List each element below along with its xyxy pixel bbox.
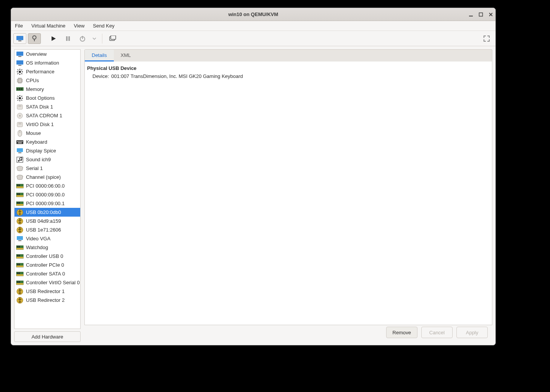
- card-icon: [16, 200, 24, 207]
- menu-view[interactable]: View: [72, 22, 86, 30]
- svg-rect-3: [18, 40, 21, 41]
- svg-rect-108: [16, 283, 23, 285]
- sidebar-item[interactable]: OS information: [15, 58, 80, 67]
- sidebar-item-label: Memory: [26, 86, 44, 92]
- sidebar-item-label: USB Redirector 2: [26, 297, 65, 303]
- sidebar-item[interactable]: Watchdog: [15, 243, 80, 252]
- sidebar-item-label: Video VGA: [26, 236, 50, 241]
- shutdown-button[interactable]: [76, 33, 89, 44]
- sidebar-item[interactable]: PCI 0000:09:00.1: [15, 199, 80, 208]
- run-button[interactable]: [47, 33, 60, 44]
- sidebar-item[interactable]: SATA Disk 1: [15, 102, 80, 111]
- sidebar-item-label: Sound ich9: [26, 157, 51, 162]
- sidebar-item[interactable]: Boot Options: [15, 94, 80, 102]
- menu-sendkey[interactable]: Send Key: [91, 22, 116, 30]
- svg-rect-78: [19, 193, 20, 195]
- sidebar-item[interactable]: PCI 0000:06:00.0: [15, 181, 80, 190]
- svg-rect-1: [479, 13, 483, 16]
- svg-rect-65: [18, 143, 22, 143]
- cancel-button[interactable]: Cancel: [421, 327, 453, 338]
- tabbar: Details XML: [84, 49, 492, 62]
- snapshots-button[interactable]: [106, 33, 119, 44]
- svg-rect-60: [17, 141, 18, 142]
- sidebar-item-label: USB 1e71:2606: [26, 227, 61, 233]
- monitor-blue-icon: [16, 60, 24, 66]
- svg-rect-94: [19, 246, 20, 248]
- sidebar-item[interactable]: VirtIO Disk 1: [15, 120, 80, 129]
- sidebar-item-label: VirtIO Disk 1: [26, 121, 54, 127]
- sidebar-item[interactable]: PCI 0000:09:00.0: [15, 190, 80, 199]
- add-hardware-button[interactable]: Add Hardware: [14, 331, 81, 342]
- sidebar-item-label: PCI 0000:09:00.0: [26, 192, 65, 198]
- sidebar-item[interactable]: Display Spice: [15, 146, 80, 155]
- pause-button[interactable]: [61, 33, 74, 44]
- tab-details[interactable]: Details: [85, 50, 114, 62]
- hardware-sidebar[interactable]: OverviewOS informationPerformanceCPUsMem…: [14, 49, 81, 329]
- sidebar-item[interactable]: Keyboard: [15, 138, 80, 146]
- svg-rect-74: [19, 185, 20, 186]
- sound-icon: [16, 156, 24, 163]
- sidebar-item-label: OS information: [26, 60, 59, 66]
- toolbar-separator: [102, 34, 102, 44]
- sidebar-item[interactable]: Overview: [15, 50, 80, 58]
- sidebar-item[interactable]: Controller USB 0: [15, 252, 80, 261]
- svg-line-48: [21, 100, 22, 100]
- maximize-icon[interactable]: [479, 12, 483, 17]
- apply-button[interactable]: Apply: [456, 327, 488, 338]
- svg-rect-63: [21, 141, 21, 142]
- details-view-button[interactable]: [28, 33, 41, 44]
- svg-rect-96: [16, 257, 23, 258]
- sidebar-item[interactable]: CPUs: [15, 76, 80, 85]
- sidebar-item-label: CPUs: [26, 78, 39, 83]
- sidebar-item-label: USB 0b20:0db0: [26, 209, 61, 215]
- svg-line-23: [21, 70, 22, 70]
- keyboard-icon: [16, 139, 24, 146]
- mouse-icon: [16, 130, 24, 137]
- svg-rect-73: [17, 185, 18, 186]
- svg-rect-106: [19, 272, 20, 274]
- svg-line-24: [18, 73, 18, 74]
- minimize-icon[interactable]: [469, 12, 473, 17]
- usb-icon: [16, 218, 24, 225]
- svg-rect-12: [16, 52, 23, 56]
- shutdown-menu-button[interactable]: [91, 33, 98, 44]
- svg-rect-2: [16, 36, 23, 40]
- sidebar-item[interactable]: Memory: [15, 85, 80, 94]
- sidebar-item[interactable]: USB Redirector 2: [15, 296, 80, 305]
- monitor-blue-icon: [16, 51, 24, 58]
- svg-point-54: [19, 115, 21, 117]
- sidebar-item[interactable]: SATA CDROM 1: [15, 111, 80, 120]
- sidebar-item-label: PCI 0000:06:00.0: [26, 183, 65, 189]
- console-view-button[interactable]: [13, 33, 26, 44]
- sidebar-item[interactable]: USB 0b20:0db0: [15, 208, 80, 217]
- sidebar-item[interactable]: Mouse: [15, 129, 80, 138]
- menu-file[interactable]: File: [13, 22, 24, 30]
- footer: Remove Cancel Apply: [84, 325, 492, 342]
- sidebar-item[interactable]: Controller VirtIO Serial 0: [15, 278, 80, 287]
- sidebar-item[interactable]: Serial 1: [15, 164, 80, 173]
- sidebar-item[interactable]: USB Redirector 1: [15, 287, 80, 296]
- monitor-mini-icon: [16, 235, 24, 242]
- sidebar-item[interactable]: Channel (spice): [15, 173, 80, 181]
- remove-button[interactable]: Remove: [386, 327, 417, 338]
- cpu-icon: [16, 77, 24, 84]
- sidebar-item[interactable]: Performance: [15, 67, 80, 76]
- sidebar-item[interactable]: Sound ich9: [15, 155, 80, 164]
- sidebar-item[interactable]: Controller SATA 0: [15, 269, 80, 278]
- tab-xml[interactable]: XML: [114, 50, 138, 62]
- sidebar-item-label: PCI 0000:09:00.1: [26, 201, 65, 206]
- svg-rect-81: [17, 202, 18, 204]
- menu-vm[interactable]: Virtual Machine: [30, 22, 67, 30]
- svg-rect-11: [111, 36, 116, 39]
- svg-point-88: [19, 227, 21, 228]
- sidebar-item[interactable]: USB 1e71:2606: [15, 225, 80, 234]
- svg-rect-89: [17, 236, 23, 240]
- sidebar-item[interactable]: Video VGA: [15, 234, 80, 243]
- usb-icon: [16, 209, 24, 216]
- sidebar-item[interactable]: Controller PCIe 0: [15, 261, 80, 269]
- svg-rect-7: [68, 36, 70, 41]
- svg-rect-82: [19, 202, 20, 204]
- close-icon[interactable]: [489, 12, 493, 17]
- sidebar-item[interactable]: USB 04d9:a159: [15, 217, 80, 225]
- fullscreen-button[interactable]: [480, 33, 493, 44]
